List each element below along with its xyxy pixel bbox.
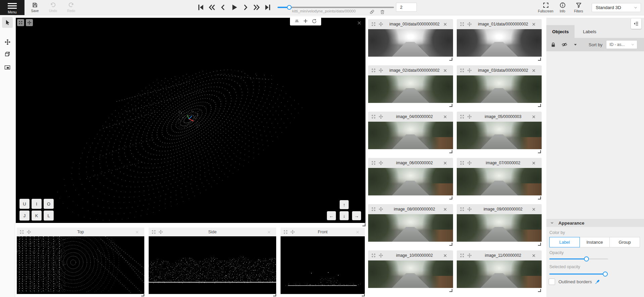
- camera-image[interactable]: [457, 122, 542, 149]
- selected-opacity-slider[interactable]: [549, 272, 608, 277]
- expand-icon[interactable]: [460, 253, 464, 258]
- close-icon[interactable]: [357, 20, 362, 25]
- trash-icon[interactable]: [380, 9, 385, 15]
- expand-icon[interactable]: [460, 22, 464, 26]
- opacity-slider-handle[interactable]: [584, 256, 589, 261]
- close-icon[interactable]: [532, 161, 536, 165]
- pan-up-button[interactable]: ↑: [340, 200, 349, 209]
- hotkey-u-button[interactable]: U: [19, 199, 30, 209]
- top-view-canvas[interactable]: [17, 236, 144, 293]
- expand-view-button[interactable]: [17, 19, 24, 26]
- expand-icon[interactable]: [460, 161, 464, 165]
- move-icon[interactable]: [467, 253, 472, 258]
- point-cloud-canvas[interactable]: [16, 18, 365, 223]
- hotkey-l-button[interactable]: L: [44, 211, 54, 221]
- select-tool-button[interactable]: [2, 17, 13, 28]
- move-icon[interactable]: [467, 161, 472, 165]
- close-icon[interactable]: [532, 115, 536, 119]
- camera-image[interactable]: [368, 29, 453, 57]
- hotkey-k-button[interactable]: K: [32, 211, 42, 221]
- close-icon[interactable]: [443, 115, 447, 119]
- outlined-borders-checkbox[interactable]: [549, 279, 555, 285]
- close-icon[interactable]: [443, 68, 447, 73]
- add-icon[interactable]: [303, 18, 308, 23]
- expand-icon[interactable]: [151, 230, 156, 234]
- menu-button[interactable]: Menu: [0, 0, 24, 15]
- appearance-section-header[interactable]: Appearance: [546, 219, 644, 227]
- close-icon[interactable]: [532, 68, 536, 73]
- reset-rotation-icon[interactable]: [312, 18, 317, 23]
- filters-button[interactable]: Filters: [571, 0, 586, 15]
- move-icon[interactable]: [379, 22, 383, 26]
- pan-right-button[interactable]: →: [352, 211, 361, 220]
- hotkey-j-button[interactable]: J: [19, 211, 30, 221]
- view-menu-icon[interactable]: [294, 18, 299, 23]
- hotkey-i-button[interactable]: I: [32, 199, 42, 209]
- resize-handle[interactable]: [273, 293, 276, 296]
- move-icon[interactable]: [290, 230, 295, 234]
- close-icon[interactable]: [267, 230, 271, 234]
- next-frame-button[interactable]: [242, 4, 249, 11]
- frame-number-input[interactable]: [396, 3, 417, 12]
- close-icon[interactable]: [355, 230, 360, 234]
- play-button[interactable]: [231, 4, 238, 11]
- tab-objects[interactable]: Objects: [546, 25, 575, 38]
- close-icon[interactable]: [532, 22, 536, 26]
- expand-icon[interactable]: [371, 114, 376, 119]
- move-icon[interactable]: [467, 207, 472, 212]
- move-icon[interactable]: [379, 161, 383, 165]
- fast-rewind-button[interactable]: [208, 4, 216, 11]
- side-view-canvas[interactable]: [149, 236, 276, 293]
- camera-image[interactable]: [457, 168, 542, 195]
- camera-image[interactable]: [368, 122, 453, 149]
- move-view-button[interactable]: [26, 19, 33, 26]
- color-by-group-button[interactable]: Group: [609, 237, 640, 247]
- close-icon[interactable]: [532, 253, 536, 258]
- opacity-slider[interactable]: [549, 256, 608, 261]
- move-icon[interactable]: [467, 22, 472, 26]
- lock-icon[interactable]: [550, 42, 556, 48]
- camera-image[interactable]: [368, 75, 453, 103]
- close-icon[interactable]: [443, 161, 447, 165]
- sort-select[interactable]: ID - as...: [606, 40, 637, 49]
- camera-image[interactable]: [457, 75, 542, 103]
- expand-icon[interactable]: [371, 68, 376, 73]
- expand-icon[interactable]: [371, 207, 376, 212]
- close-icon[interactable]: [443, 253, 447, 258]
- redo-button[interactable]: Redo: [64, 0, 78, 15]
- eye-off-icon[interactable]: [561, 42, 567, 48]
- expand-icon[interactable]: [371, 161, 376, 165]
- dropdown-arrow-icon[interactable]: [573, 42, 578, 47]
- move-icon[interactable]: [158, 230, 163, 234]
- image-box-tool-button[interactable]: [2, 62, 13, 73]
- close-icon[interactable]: [532, 207, 536, 212]
- move-icon[interactable]: [467, 68, 472, 73]
- camera-image[interactable]: [368, 214, 453, 242]
- camera-image[interactable]: [368, 168, 453, 195]
- collapse-panel-button[interactable]: [631, 18, 641, 29]
- info-button[interactable]: Info: [556, 0, 568, 15]
- undo-button[interactable]: Undo: [46, 0, 60, 15]
- first-frame-button[interactable]: [197, 4, 205, 11]
- expand-icon[interactable]: [371, 22, 376, 26]
- pan-down-button[interactable]: ↓: [340, 211, 349, 220]
- color-by-label-button[interactable]: Label: [549, 237, 580, 247]
- tab-labels[interactable]: Labels: [575, 25, 605, 38]
- camera-image[interactable]: [368, 260, 453, 288]
- move-icon[interactable]: [467, 114, 472, 119]
- front-view-canvas[interactable]: [281, 236, 365, 293]
- expand-icon[interactable]: [283, 230, 288, 234]
- hotkey-o-button[interactable]: O: [44, 199, 54, 209]
- move-icon[interactable]: [379, 253, 383, 258]
- move-icon[interactable]: [379, 114, 383, 119]
- view-mode-select[interactable]: Standard 3D: [592, 3, 641, 12]
- close-icon[interactable]: [135, 230, 139, 234]
- color-by-instance-button[interactable]: Instance: [580, 237, 610, 247]
- fast-forward-button[interactable]: [253, 4, 260, 11]
- expand-icon[interactable]: [460, 207, 464, 212]
- fullscreen-button[interactable]: Fullscreen: [537, 0, 555, 15]
- expand-icon[interactable]: [19, 230, 24, 234]
- cuboid-tool-button[interactable]: [2, 49, 13, 59]
- expand-icon[interactable]: [460, 114, 464, 119]
- previous-frame-button[interactable]: [219, 4, 227, 11]
